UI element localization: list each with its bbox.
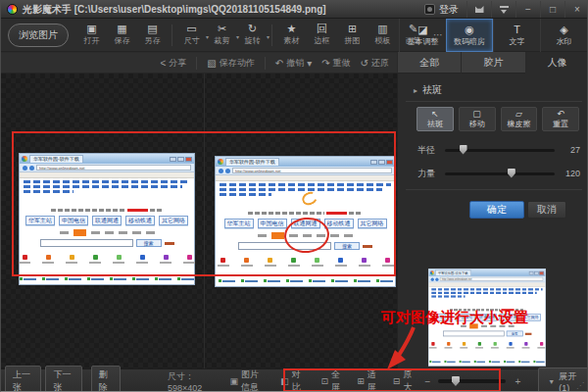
forward-icon [225, 169, 230, 173]
browser-title-bar: 华军软件园-软件下载 [216, 157, 395, 167]
panel-tab-all[interactable]: 全部 [397, 52, 461, 74]
line-button: 联通网通 [92, 216, 122, 225]
resize-button[interactable]: ▭ 尺寸 ▾ [176, 24, 207, 46]
move-rect-icon: ▢ [472, 110, 481, 119]
browser-logo-icon [22, 156, 27, 162]
rotate-button[interactable]: ↻ 旋转 ▾ [237, 24, 268, 46]
strength-slider-thumb[interactable] [508, 169, 515, 178]
back-icon [219, 169, 223, 173]
login-label: 登录 [439, 3, 459, 17]
image-info-button[interactable]: ▣ 图片信息 [229, 368, 267, 392]
radius-slider[interactable] [445, 149, 555, 152]
move-button[interactable]: ▢ 移动 [459, 107, 496, 131]
crop-icon: ✂ [218, 24, 226, 34]
line-button: 华军主站 [25, 216, 55, 225]
crop-button[interactable]: ✂ 裁剪 ▾ [207, 24, 237, 46]
browser-window-controls [170, 157, 192, 162]
prev-image-button[interactable]: 上一张 [5, 366, 41, 392]
strength-slider[interactable] [445, 172, 555, 175]
app-window: 光影魔术手 [C:\Users\user\Desktop\imgs\QQ2018… [0, 0, 588, 392]
tab-watermark[interactable]: ◈ 水印 [540, 19, 587, 52]
app-logo-icon [7, 4, 18, 15]
ok-button[interactable]: 确定 [469, 201, 524, 219]
save-action-button[interactable]: ▧ 保存动作 [207, 57, 254, 70]
watermark-icon: ◈ [560, 24, 567, 35]
skin-button[interactable] [466, 1, 491, 18]
radius-slider-thumb[interactable] [460, 145, 467, 155]
template-icon: ▥ [377, 24, 387, 34]
tab-basic-adjust[interactable]: ◪ 基本调整 [399, 19, 446, 52]
dropdown-arrow-icon[interactable]: ▾ [307, 58, 312, 69]
zoom-out-button[interactable]: − [424, 376, 430, 387]
original-size-button[interactable]: ⊟ 原大 [393, 368, 416, 392]
browser-title-bar: 华军软件园-软件下载 [20, 154, 194, 164]
browser-logo-icon [218, 159, 223, 165]
minimize-button[interactable]: − [515, 1, 540, 18]
line-button: 移动铁通 [125, 216, 155, 225]
collage-button[interactable]: ⊞ 拼图 [337, 24, 368, 46]
tutorial-arrow [383, 324, 422, 371]
open-button[interactable]: ▣ 打开 [76, 24, 107, 46]
compare-button[interactable]: ◧ 对比 [280, 368, 303, 392]
tab-digital-darkroom[interactable]: ◉ 数码暗房 [446, 19, 493, 52]
panel-tab-film[interactable]: 胶片 [461, 52, 524, 74]
url-field: http://www.onlinedown.net [36, 165, 191, 171]
zoom-slider-thumb[interactable] [452, 376, 460, 386]
image-right-screenshot: 华军软件园-软件下载 http://www.onlinedown.net 华军主… [215, 156, 396, 287]
dropdown-arrow-icon[interactable]: ▾ [267, 33, 270, 40]
main-toolbar: 浏览图片 ▣ 打开 ▦ 保存 ▤ 另存 ▭ 尺寸 ▾ ✂ 裁剪 [1, 19, 588, 52]
page-search-button: 搜索 [136, 239, 162, 247]
template-button[interactable]: ▥ 模板 [368, 24, 398, 46]
user-avatar-icon [424, 4, 435, 15]
save-as-button[interactable]: ▤ 另存 [137, 24, 168, 46]
resize-grip[interactable]: ⋰ [576, 381, 585, 390]
restore-button[interactable]: ↺ 还原 [361, 57, 389, 70]
browser-address-bar: http://www.onlinedown.net [20, 164, 194, 172]
undo-button[interactable]: ↶ 撤销 ▾ [275, 57, 312, 70]
zoom-in-button[interactable]: + [515, 376, 521, 387]
fullscreen-button[interactable]: ⊡ 全屏 [321, 368, 344, 392]
blemish-remove-button[interactable]: ↖ 祛斑 [416, 107, 454, 131]
next-image-button[interactable]: 下一张 [45, 366, 81, 392]
sticker-icon: ★ [287, 24, 297, 34]
save-button[interactable]: ▦ 保存 [107, 24, 137, 46]
frame-button[interactable]: 回 边框 [307, 24, 337, 46]
forward-icon [29, 166, 34, 171]
login-button[interactable]: 登录 [416, 1, 466, 18]
text-icon: T [514, 24, 520, 35]
browse-images-button[interactable]: 浏览图片 [8, 24, 69, 47]
blemish-section-header: ▸ 祛斑 [414, 83, 442, 97]
zoom-slider[interactable] [438, 379, 505, 383]
tab-text[interactable]: T 文字 [493, 19, 540, 52]
sticker-button[interactable]: ★ 素材 [276, 24, 307, 46]
cursor-icon: ↖ [431, 110, 439, 119]
redo-button[interactable]: ↷ 重做 [321, 57, 350, 70]
reset-button[interactable]: ↶ 重置 [542, 107, 579, 131]
close-button[interactable]: × [564, 1, 588, 18]
eraser-icon: ▱ [515, 110, 522, 119]
line-button: 其它网络 [358, 219, 387, 228]
fit-screen-button[interactable]: ⊞ 适屏 [357, 368, 379, 392]
line-button: 其它网络 [159, 216, 188, 225]
url-field: http://www.onlinedown.net [232, 168, 392, 173]
fit-screen-icon: ⊞ [357, 376, 365, 386]
eraser-button[interactable]: ▱ 橡皮擦 [501, 107, 538, 131]
share-button[interactable]: < 分享 [161, 57, 187, 70]
redo-icon: ↷ [321, 58, 329, 69]
main-menu-button[interactable] [491, 1, 515, 18]
image-info-icon: ▣ [229, 376, 238, 386]
compare-icon: ◧ [280, 376, 289, 386]
expand-arrow-icon: ▼ [548, 378, 555, 385]
cancel-button[interactable]: 取消 [527, 201, 566, 219]
maximize-button[interactable]: □ [540, 1, 564, 18]
webpage-content: 华军主站 中国电信 联通网通 移动铁通 其它网络 搜索 [20, 178, 194, 284]
window-title: 光影魔术手 [C:\Users\user\Desktop\imgs\QQ2018… [23, 3, 326, 17]
strength-slider-row: 力量 120 [417, 168, 580, 179]
delete-image-button[interactable]: 删除 [91, 366, 121, 392]
panel-tab-portrait[interactable]: 人像 [525, 52, 588, 74]
status-bar: 上一张 下一张 删除 尺寸：598×402 ▣ 图片信息 ◧ 对比 ⊡ 全屏 ⊞… [1, 368, 588, 392]
page-search-input [40, 239, 133, 247]
image-left-screenshot: 华军软件园-软件下载 http://www.onlinedown.net 华军主… [19, 153, 195, 285]
download-line-buttons: 华军主站 中国电信 联通网通 移动铁通 其它网络 [24, 216, 190, 225]
line-button: 华军主站 [224, 219, 254, 228]
